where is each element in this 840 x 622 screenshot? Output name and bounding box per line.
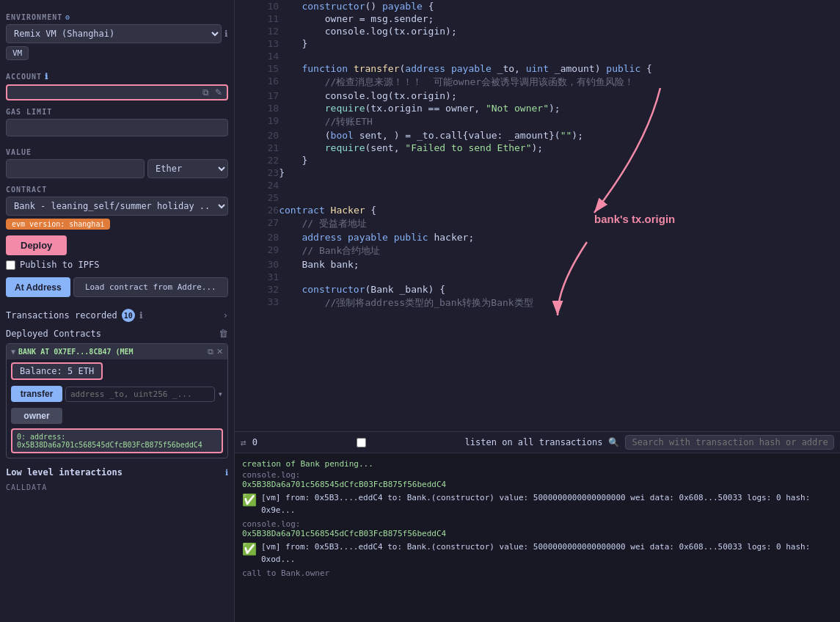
copy-contract-btn[interactable]: ⧉	[208, 347, 213, 356]
line-content: }	[279, 37, 840, 50]
listen-checkbox[interactable]	[263, 438, 459, 447]
code-line: 23}	[235, 167, 840, 179]
terminal-success-text: [vm] from: 0x5B3....eddC4 to: Bank.(cons…	[261, 492, 833, 516]
gas-limit-input[interactable]: 3000000	[6, 119, 228, 136]
account-label: ACCOUNT ℹ	[6, 72, 228, 81]
env-info-icon: ℹ	[224, 29, 228, 39]
line-content	[279, 191, 840, 204]
line-content: console.log(tx.origin);	[279, 89, 840, 102]
currency-select[interactable]: Ether Wei Gwei Finney	[147, 159, 228, 178]
contract-select[interactable]: Bank - leaning_self/summer holiday ...	[6, 197, 228, 216]
code-line: 20 (bool sent, ) = _to.call{value: _amou…	[235, 129, 840, 142]
line-number: 21	[235, 142, 279, 154]
owner-row: owner	[7, 405, 227, 427]
transfer-button[interactable]: transfer	[11, 386, 62, 402]
transfer-input[interactable]	[65, 387, 215, 402]
contract-item-header: ▼ BANK AT 0X7EF...8CB47 (MEM ⧉ ✕	[7, 344, 227, 359]
code-line: 29 // Bank合约地址	[235, 244, 840, 258]
line-content: address payable public hacker;	[279, 231, 840, 244]
value-row: 0 Ether Wei Gwei Finney	[6, 159, 228, 178]
terminal-toolbar: ⇄ 0 listen on all transactions 🔍	[235, 432, 840, 453]
owner-button[interactable]: owner	[11, 408, 62, 424]
terminal: ⇄ 0 listen on all transactions 🔍 creatio…	[235, 431, 840, 622]
left-panel: ENVIRONMENT ⚙ Remix VM (Shanghai) ℹ VM A…	[0, 0, 235, 622]
line-number: 20	[235, 129, 279, 142]
edit-account-btn[interactable]: ✎	[213, 87, 224, 98]
publish-checkbox[interactable]	[6, 260, 15, 270]
deploy-btn-row: Deploy	[6, 235, 228, 260]
line-content: owner = msg.sender;	[279, 12, 840, 25]
value-input[interactable]: 0	[6, 159, 145, 178]
line-number: 15	[235, 62, 279, 75]
line-content: //强制将address类型的_bank转换为Bank类型	[279, 296, 840, 310]
search-icon: 🔍	[608, 437, 619, 447]
transactions-label: Transactions recorded	[6, 310, 117, 321]
line-number: 23	[235, 167, 279, 179]
at-address-button[interactable]: At Address	[6, 277, 70, 297]
line-number: 11	[235, 12, 279, 25]
copy-account-btn[interactable]: ⧉	[201, 87, 211, 98]
environment-row: Remix VM (Shanghai) ℹ	[6, 24, 228, 43]
deployed-contracts-header: Deployed Contracts 🗑	[6, 328, 228, 339]
transactions-row: Transactions recorded 10 ℹ ›	[6, 309, 228, 322]
contract-item: ▼ BANK AT 0X7EF...8CB47 (MEM ⧉ ✕ Balance…	[6, 343, 228, 458]
contract-item-name: BANK AT 0X7EF...8CB47 (MEM	[18, 348, 205, 356]
contract-expand-arrow[interactable]: ▼	[11, 348, 15, 356]
transactions-expand-icon[interactable]: ›	[223, 310, 228, 321]
line-content	[279, 179, 840, 191]
code-line: 21 require(sent, "Failed to send Ether")…	[235, 142, 840, 154]
line-content: (bool sent, ) = _to.call{value: _amount}…	[279, 129, 840, 142]
line-number: 30	[235, 258, 279, 271]
code-line: 16 //检查消息来源！！！ 可能owner会被诱导调用该函数，有钓鱼风险！	[235, 75, 840, 89]
code-line: 26contract Hacker {	[235, 204, 840, 216]
line-content: }	[279, 154, 840, 167]
success-check-icon: ✅	[242, 542, 257, 556]
deploy-button[interactable]: Deploy	[6, 235, 67, 255]
value-label: VALUE	[6, 148, 228, 156]
line-number: 13	[235, 37, 279, 50]
code-area: 10 constructor() payable {11 owner = msg…	[235, 0, 840, 431]
line-content: function transfer(address payable _to, u…	[279, 62, 840, 75]
publish-row: Publish to IPFS	[6, 260, 228, 270]
line-number: 17	[235, 89, 279, 102]
transfer-row: transfer ▾	[7, 383, 227, 405]
vm-badge: VM	[6, 46, 29, 60]
line-number: 29	[235, 244, 279, 258]
line-content: // 受益者地址	[279, 216, 840, 231]
gas-limit-label: GAS LIMIT	[6, 108, 228, 116]
low-level-info-icon: ℹ	[225, 468, 228, 478]
terminal-success-text: [vm] from: 0x5B3....eddC4 to: Bank.(cons…	[261, 541, 833, 566]
line-content: constructor(Bank _bank) {	[279, 283, 840, 296]
line-number: 10	[235, 0, 279, 12]
terminal-left-icon: ⇄	[241, 437, 246, 448]
line-number: 12	[235, 25, 279, 37]
terminal-success-row: ✅[vm] from: 0x5B3....eddC4 to: Bank.(con…	[242, 541, 833, 566]
terminal-console-log: console.log:0x5B38Da6a701c568545dCfcB03F…	[242, 519, 833, 538]
line-number: 31	[235, 271, 279, 283]
account-input[interactable]: 0x5B3...eddC4 (89.9999999	[10, 88, 198, 98]
remove-contract-btn[interactable]: ✕	[216, 347, 223, 356]
code-line: 12 console.log(tx.origin);	[235, 25, 840, 37]
at-address-row: At Address Load contract from Addre...	[6, 277, 228, 297]
line-number: 27	[235, 216, 279, 231]
environment-select[interactable]: Remix VM (Shanghai)	[6, 24, 222, 43]
line-content: require(sent, "Failed to send Ether");	[279, 142, 840, 154]
terminal-pending: creation of Bank pending...	[242, 459, 833, 469]
load-contract-button[interactable]: Load contract from Addre...	[73, 277, 228, 297]
calldata-label: CALLDATA	[6, 483, 228, 491]
code-line: 14	[235, 50, 840, 62]
line-number: 33	[235, 296, 279, 310]
gear-icon: ⚙	[65, 13, 70, 21]
annotation-text: bank's tx.origin	[594, 213, 675, 225]
evm-badge: evm version: shanghai	[6, 219, 110, 230]
transfer-expand-icon[interactable]: ▾	[218, 389, 223, 399]
terminal-console-log: console.log:0x5B38Da6a701c568545dCfcB03F…	[242, 470, 833, 489]
trash-icon[interactable]: 🗑	[219, 328, 228, 339]
code-line: 11 owner = msg.sender;	[235, 12, 840, 25]
code-line: 17 console.log(tx.origin);	[235, 89, 840, 102]
terminal-search[interactable]	[625, 435, 834, 450]
account-row: 0x5B3...eddC4 (89.9999999 ⧉ ✎	[6, 84, 228, 100]
line-number: 24	[235, 179, 279, 191]
contract-label: CONTRACT	[6, 186, 228, 194]
line-number: 16	[235, 75, 279, 89]
